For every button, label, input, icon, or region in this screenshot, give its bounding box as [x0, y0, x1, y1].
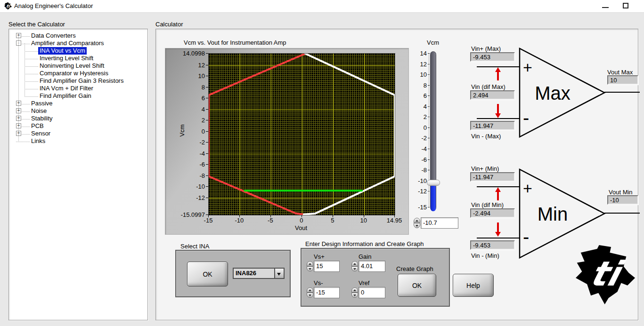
tree-item-label[interactable]: Stability	[30, 115, 54, 122]
vcm-value-input[interactable]: -10.7	[421, 217, 458, 229]
spin-down-icon[interactable]	[307, 266, 313, 271]
slider-tick-mark	[428, 95, 430, 96]
spin-down-icon[interactable]	[351, 266, 358, 271]
spin-up-icon[interactable]	[307, 287, 313, 293]
arrow-up-icon	[495, 187, 501, 200]
tree-item[interactable]: INA Vcm + Dif Filter	[9, 85, 147, 92]
tree-guide-dots	[22, 43, 30, 44]
tree-item[interactable]: Comparator w Hysteresis	[9, 70, 147, 77]
dropdown-arrow-icon[interactable]	[274, 269, 284, 278]
tree-item[interactable]: +PCB	[9, 122, 147, 130]
y-tick-label: 2	[165, 117, 205, 123]
spin-down-icon[interactable]	[307, 293, 313, 298]
vin-minus-min-field: -9.453	[470, 240, 515, 250]
vin-minus-max-label: Vin - (Max)	[471, 133, 501, 140]
vs-minus-input[interactable]: -15	[314, 287, 340, 298]
tree-item-label[interactable]: Find Amplifier Gain 3 Resistors	[38, 77, 125, 85]
ina-dropdown-value: INA826	[234, 269, 274, 278]
tree-item-label[interactable]: Links	[30, 137, 47, 145]
vcm-slider-group: Vcm 14121086420-2-4-6-8-10-12-15 -10.7	[405, 38, 466, 235]
vs-plus-input[interactable]: 15	[314, 261, 340, 272]
amp-plus-input: +	[523, 58, 532, 77]
ti-logo: ti	[571, 245, 636, 304]
select-ina-label: Select INA	[180, 243, 209, 250]
vs-minus-spinner[interactable]	[307, 287, 313, 298]
slider-tick-label: -8	[405, 167, 427, 173]
tree-item[interactable]: Find Amplifier Gain	[9, 92, 147, 100]
tree-item-label[interactable]: Passive	[30, 100, 54, 107]
create-graph-ok-button[interactable]: OK	[398, 274, 436, 297]
tree-item-label[interactable]: Noninverting Level Shift	[38, 62, 106, 70]
slider-tick-label: 8	[405, 82, 427, 88]
vin-minus-min-label: Vin - (Min)	[471, 252, 499, 259]
spin-up-icon[interactable]	[351, 287, 358, 293]
slider-tick-label: -4	[405, 145, 427, 152]
tree-guide-dots	[16, 141, 30, 142]
tree-item[interactable]: Find Amplifier Gain 3 Resistors	[9, 77, 147, 85]
tree-item[interactable]: +Data Converters	[9, 32, 147, 40]
spin-up-icon[interactable]	[307, 261, 313, 266]
tree-item-label[interactable]: INA Vcm + Dif Filter	[38, 85, 95, 92]
tree-item[interactable]: Inverting Level Shift	[9, 55, 147, 62]
spin-down-icon[interactable]	[414, 223, 420, 228]
slider-tick-mark	[428, 149, 430, 149]
y-tick-mark	[206, 120, 208, 120]
tree-item-label[interactable]: Inverting Level Shift	[38, 55, 95, 62]
y-tick-mark	[206, 153, 208, 154]
tree-item[interactable]: Noninverting Level Shift	[9, 62, 147, 70]
tree-guide-line	[18, 36, 19, 141]
tree-guide-dots	[22, 111, 30, 112]
slider-tick-label: 6	[405, 92, 427, 99]
minimize-button[interactable]	[598, 0, 612, 12]
spin-up-icon[interactable]	[414, 218, 420, 223]
calculator-panel-label: Calculator	[155, 21, 183, 28]
tree-item-label[interactable]: Data Converters	[30, 32, 77, 40]
tree-item-label[interactable]: Amplifier and Comparators	[30, 40, 106, 47]
vref-input[interactable]: 0	[359, 287, 385, 298]
tree-item-label[interactable]: Sensor	[30, 130, 52, 137]
x-tick-label: 14.95	[381, 217, 408, 224]
min-minus-input-wire	[477, 238, 520, 239]
gain-input[interactable]: 4.01	[359, 261, 385, 272]
tree-guide-dots	[24, 66, 38, 67]
slider-tick-label: -12	[405, 188, 427, 194]
vs-plus-label: Vs+	[314, 253, 325, 260]
vcm-value-spinner[interactable]	[414, 218, 420, 228]
spin-down-icon[interactable]	[351, 293, 358, 298]
x-tick-mark	[364, 215, 364, 217]
tree-item-label[interactable]: Noise	[30, 107, 48, 115]
x-tick-mark	[333, 215, 333, 217]
slider-tick-label: 10	[405, 71, 427, 78]
maximize-button[interactable]	[619, 0, 633, 12]
tree-item[interactable]: -Amplifier and Comparators	[9, 40, 147, 47]
tree-item-label[interactable]: INA Vout vs Vcm	[38, 47, 87, 55]
tree-item-label[interactable]: PCB	[30, 122, 45, 130]
tree-item[interactable]: INA Vout vs Vcm	[9, 47, 147, 55]
vcm-slider-thumb[interactable]	[427, 180, 440, 186]
tree-item[interactable]: +Sensor	[9, 130, 147, 137]
vcm-slider-track[interactable]	[430, 51, 436, 211]
amp-plus-input: +	[523, 179, 532, 198]
gain-spinner[interactable]	[351, 261, 358, 271]
calculator-tree-panel: +Data Converters-Amplifier and Comparato…	[8, 29, 148, 320]
vref-spinner[interactable]	[351, 287, 358, 298]
tree-item[interactable]: Links	[9, 137, 147, 145]
tree-item-label[interactable]: Find Amplifier Gain	[38, 92, 93, 100]
y-tick-mark	[206, 109, 208, 110]
tree-item[interactable]: +Noise	[9, 107, 147, 115]
select-ina-ok-button[interactable]: OK	[187, 262, 228, 286]
tree-item-label[interactable]: Comparator w Hysteresis	[38, 70, 110, 77]
tree-guide-dots	[22, 119, 30, 119]
slider-tick-mark	[428, 117, 430, 117]
help-button[interactable]: Help	[453, 274, 494, 297]
slider-tick-label: 4	[405, 103, 427, 110]
y-tick-label: -6	[165, 161, 205, 167]
x-tick-mark	[208, 215, 209, 217]
tree-item[interactable]: +Passive	[9, 100, 147, 107]
spin-up-icon[interactable]	[351, 261, 358, 266]
ina-dropdown[interactable]: INA826	[233, 268, 285, 279]
tree-guide-dots	[24, 96, 38, 97]
y-tick-mark	[206, 76, 208, 76]
vs-plus-spinner[interactable]	[307, 261, 313, 271]
tree-item[interactable]: +Stability	[9, 115, 147, 122]
